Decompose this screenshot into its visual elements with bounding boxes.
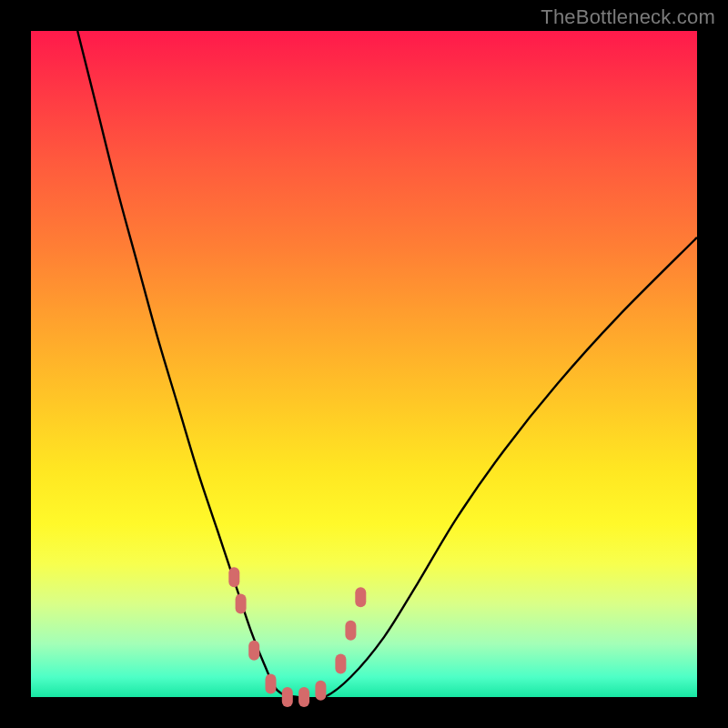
trough-marker [228,567,239,587]
trough-marker [345,621,356,641]
trough-markers-group [228,567,366,707]
bottleneck-curve-svg [31,31,697,697]
chart-frame: TheBottleneck.com [0,0,728,728]
trough-marker [248,641,259,661]
trough-marker [298,687,309,707]
trough-marker [335,653,346,673]
trough-marker [236,594,247,614]
bottleneck-curve [77,31,697,699]
trough-marker [355,587,366,607]
watermark-text: TheBottleneck.com [541,5,715,29]
plot-area [31,31,697,697]
trough-marker [282,687,293,707]
trough-marker [315,681,326,701]
trough-marker [266,673,277,693]
